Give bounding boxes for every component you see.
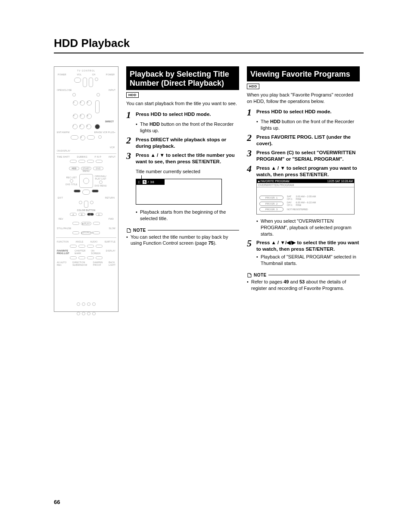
section-heading-direct-playback: Playback by Selecting Title Number (Dire… xyxy=(126,66,239,90)
page-title: HDD Playback xyxy=(54,37,364,53)
favorite-program-osd: ■ FAVORITE PROGRAM 12/25 SAT 10:28 AM OV… xyxy=(256,179,355,215)
remote-control-diagram: TV CONTROL POWER VOL CH POWER OPE xyxy=(54,66,118,312)
note-label: NOTE xyxy=(254,273,267,277)
note-text: You can select the title number to play … xyxy=(126,234,239,247)
osd-title-counter: ◧ 5 5 / 38 / 38 xyxy=(136,179,222,205)
step-number: 3 xyxy=(126,151,136,161)
hdd-badge: HDD xyxy=(247,84,259,89)
osd-caption: Title number currently selected xyxy=(136,168,239,174)
page-number: 66 xyxy=(54,499,60,505)
intro-text: You can start playback from the title yo… xyxy=(126,100,239,107)
step-2: 2 Press FAVORITE PROG. LIST (under the c… xyxy=(247,134,360,147)
step-5: 5 Press ▲ / ▼/◀/▶ to select the title yo… xyxy=(247,240,360,252)
step-4: 4 Press ▲ / ▼ to select program you want… xyxy=(247,165,360,178)
step-3: 3 Press Green (C) to select "OVERWRITTEN… xyxy=(247,149,360,162)
intro-text: When you play back "Favorite Programs" r… xyxy=(247,92,360,105)
step-sub: The HDD button on the front of the Recor… xyxy=(256,118,360,131)
note-icon xyxy=(126,228,131,233)
step-number: 2 xyxy=(126,136,136,145)
note-label: NOTE xyxy=(133,228,146,233)
step-sub: The HDD button on the front of the Recor… xyxy=(136,121,239,134)
step-1: 1 Press HDD to select HDD mode. xyxy=(247,109,360,117)
step-sub: When you select "OVERWRITTEN PROGRAM", p… xyxy=(256,218,360,237)
step-2: 2 Press DIRECT while playback stops or d… xyxy=(126,137,239,149)
step-3: 3 Press ▲ / ▼ to select the title number… xyxy=(126,152,239,165)
note-text: Refer to pages 49 and 53 about the detai… xyxy=(247,279,360,292)
hdd-badge: HDD xyxy=(126,92,139,98)
note-icon xyxy=(247,273,252,278)
step-sub: Playback starts from the beginning of th… xyxy=(136,209,239,222)
step-sub: Playback of "SERIAL PROGRAM" selected in… xyxy=(256,254,360,267)
step-1: 1 Press HDD to select HDD mode. xyxy=(126,111,239,120)
section-heading-favorite-programs: Viewing Favorite Programs xyxy=(247,66,360,81)
step-number: 1 xyxy=(126,110,136,120)
